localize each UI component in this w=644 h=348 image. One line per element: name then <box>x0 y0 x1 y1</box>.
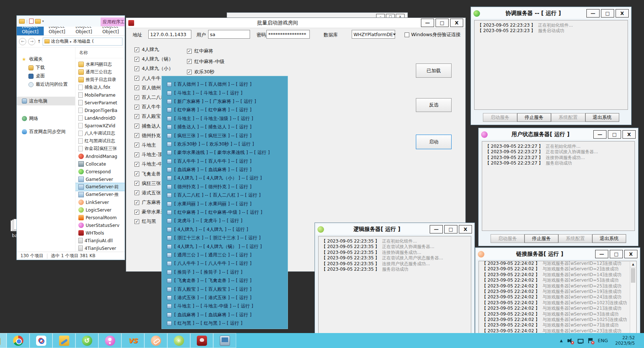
sidebar-item[interactable]: 下载 <box>17 63 75 72</box>
minimize-icon[interactable]: — <box>430 225 443 233</box>
taskbar-app-button[interactable] <box>144 333 167 348</box>
scroll-thumb[interactable] <box>631 268 635 283</box>
game-list-item[interactable]: [ 水果玛丽 ] -- [ 水果玛丽 ] -- [ 运行 ] <box>162 200 288 208</box>
file-row[interactable]: GameServer-推 <box>75 191 125 198</box>
close-icon[interactable]: X <box>624 250 637 258</box>
game-list-item[interactable]: [ 斗地主 ] -- [ 斗地主 ] -- [ 运行 ] <box>162 89 288 97</box>
game-list-item[interactable]: [ 豪华水果连线 ] -- [ 豪华水果连线 ] -- [ 运行 ] <box>162 148 288 157</box>
checkbox-checked-icon[interactable] <box>134 95 139 100</box>
back-icon[interactable]: ← <box>19 38 26 45</box>
password-input[interactable] <box>266 30 310 39</box>
server-action-button[interactable]: 停止服务 <box>524 234 558 243</box>
game-list-item[interactable]: [ 捕鱼达人 ] -- [ 捕鱼达人 ] -- [ 运行 ] <box>162 123 288 131</box>
file-row[interactable]: 捕鱼达人.fdx <box>75 84 125 91</box>
taskbar-app-button[interactable] <box>190 333 213 348</box>
breadcrumb[interactable]: 这台电脑 ▸ 本地磁盘 ( <box>43 38 122 46</box>
game-list-item[interactable]: [ 4人牌九 ] -- [ 4人牌九（锅） ] -- [ 运行 ] <box>162 242 288 251</box>
action-center-flag-icon[interactable]: x <box>588 338 593 344</box>
game-list-item[interactable]: [ 4人牌九 ] -- [ 4人牌九（小） ] -- [ 运行 ] <box>162 174 288 182</box>
game-list-item[interactable]: [ 斗地主 ] -- [ 斗地主-顶级 ] -- [ 运行 ] <box>162 115 288 123</box>
server-action-button[interactable]: 系统配置 <box>558 234 592 243</box>
sidebar-item[interactable]: 百度网盘同步空间 <box>17 127 75 136</box>
file-row[interactable]: 红与黑调试日志 <box>75 137 125 145</box>
game-list-item[interactable]: [ 浙江十三水 ] -- [ 浙江十三水 ] -- [ 运行 ] <box>162 234 288 242</box>
checkbox-checked-icon[interactable] <box>134 181 139 186</box>
clock[interactable]: 22:52 2023/9/5 <box>612 335 635 346</box>
sidebar-item[interactable]: 收藏夹 <box>17 55 75 63</box>
game-list-item[interactable]: [ 欢乐30秒 ] -- [ 欢乐30秒 ] -- [ 运行 ] <box>162 140 288 148</box>
game-list-item[interactable]: [ 飞禽走兽 ] -- [ 飞禽走兽 ] -- [ 运行 ] <box>162 277 288 285</box>
server-action-button[interactable]: 停止服务 <box>517 113 551 122</box>
taskbar-app-button[interactable] <box>7 333 30 348</box>
game-list-item[interactable]: [ 红与黑 ] -- [ 红与黑 ] -- [ 运行 ] <box>162 319 288 328</box>
taskbar-app-button[interactable] <box>213 333 236 348</box>
game-checkbox-row[interactable]: 红中麻将-中级 <box>187 57 225 67</box>
game-list-item[interactable]: [ 推筒子 ] -- [ 推筒子 ] -- [ 运行 ] <box>162 268 288 277</box>
taskbar-app-button[interactable] <box>30 333 52 348</box>
properties-doc-icon[interactable] <box>29 19 34 24</box>
file-row[interactable]: ServerParamet <box>75 99 125 107</box>
game-checkbox-row[interactable]: 红中麻将 <box>187 46 225 57</box>
game-list-item[interactable]: [ 血战麻将 ] -- [ 血战麻将 ] -- [ 运行 ] <box>162 166 288 174</box>
game-list-item[interactable]: [ 斗地主 ] -- [ 斗地主-中级 ] -- [ 运行 ] <box>162 302 288 310</box>
minimize-icon[interactable]: — <box>586 9 600 18</box>
scroll-up-icon[interactable]: ▲ <box>630 262 636 267</box>
checkbox-checked-icon[interactable] <box>187 49 192 54</box>
game-list-item[interactable]: [ 血战麻将 ] -- [ 血战麻将 ] -- [ 运行 ] <box>162 311 288 319</box>
column-header-name[interactable]: 名称 <box>75 47 125 58</box>
checkbox-checked-icon[interactable] <box>134 162 139 167</box>
checkbox-checked-icon[interactable] <box>134 114 139 119</box>
windows-auth-checkbox[interactable]: Windows身份验证连接 <box>405 31 461 38</box>
game-list-item[interactable]: [ 百人殿宝 ] -- [ 百人殿宝 ] -- [ 运行 ] <box>162 285 288 293</box>
checkbox-checked-icon[interactable] <box>134 143 139 147</box>
game-checkbox-row[interactable]: 4人牌九 <box>134 45 173 54</box>
qat-dropdown-icon[interactable]: ▾ <box>42 19 44 23</box>
server-action-button[interactable]: 退出系统 <box>585 113 620 122</box>
user-input[interactable] <box>208 30 250 39</box>
game-list-item[interactable]: [ 新广东麻将 ] -- [ 广东麻将 ] -- [ 运行 ] <box>162 97 288 106</box>
sidebar-item[interactable]: 最近访问的位置 <box>17 80 75 89</box>
checkbox-checked-icon[interactable] <box>134 105 139 109</box>
file-row[interactable]: SparrowXZVid <box>75 122 125 129</box>
checkbox-checked-icon[interactable] <box>134 76 139 81</box>
server-action-button[interactable]: 启动服务 <box>491 234 524 243</box>
start-button[interactable]: 启动 <box>416 135 452 149</box>
checkbox-checked-icon[interactable] <box>134 124 139 128</box>
sidebar-item[interactable]: 网络 <box>17 114 75 123</box>
checkbox-checked-icon[interactable] <box>134 47 139 52</box>
game-list-item[interactable]: [ 德州扑克 ] -- [ 德州扑克 ] -- [ 运行 ] <box>162 183 288 191</box>
invert-selection-button[interactable]: 反选 <box>416 98 452 112</box>
server-action-button[interactable]: 退出系统 <box>592 234 626 243</box>
dialog-titlebar[interactable]: 批量启动游戏房间 — □ X <box>126 18 465 28</box>
game-list-item[interactable]: [ 百人牛牛 ] -- [ 百人牛牛 ] -- [ 运行 ] <box>162 157 288 166</box>
window-titlebar[interactable]: 逻辑服务器[ 运行 ] — □ X <box>316 224 473 235</box>
file-row[interactable]: GameServer-前 <box>75 183 125 191</box>
volume-muted-icon[interactable]: x <box>567 338 573 344</box>
taskbar-app-button[interactable] <box>0 333 7 348</box>
file-row[interactable]: 4TianJiuServer <box>75 244 125 252</box>
game-checkbox-row[interactable]: 4人牌九（小） <box>134 64 173 73</box>
game-list-item[interactable]: [ 红中麻将 ] -- [ 红中麻将-中级 ] -- [ 运行 ] <box>162 208 288 217</box>
language-indicator[interactable]: ENG <box>598 338 608 343</box>
file-row[interactable]: MobileParame <box>75 91 125 99</box>
loaded-button[interactable]: 已加载 <box>416 63 452 78</box>
breadcrumb-segment[interactable]: 这台电脑 <box>51 38 69 45</box>
file-row[interactable]: 水果玛丽日志 <box>75 61 125 68</box>
sidebar-item[interactable]: 这台电脑 <box>17 97 75 105</box>
server-action-button[interactable]: 启动服务 <box>483 113 517 122</box>
scrollbar[interactable]: ▲ <box>630 262 636 344</box>
minimize-icon[interactable]: — <box>421 19 434 27</box>
checkbox-checked-icon[interactable] <box>134 210 139 214</box>
network-icon[interactable] <box>577 338 583 344</box>
close-icon[interactable]: X <box>616 9 629 18</box>
minimize-icon[interactable]: — <box>593 130 606 139</box>
taskbar-app-button[interactable] <box>52 333 75 348</box>
taskbar-app-button[interactable] <box>75 333 98 348</box>
checkbox-checked-icon[interactable] <box>134 190 139 195</box>
checkbox-icon[interactable] <box>405 32 409 37</box>
close-icon[interactable]: X <box>450 19 463 27</box>
close-icon[interactable]: X <box>622 130 636 139</box>
game-list-item[interactable]: [ 八人牛牛 ] -- [ 八人牛牛 ] -- [ 运行 ] <box>162 259 288 268</box>
checkbox-checked-icon[interactable] <box>134 133 139 138</box>
game-checkbox-row[interactable]: 4人牌九（锅） <box>134 54 173 64</box>
